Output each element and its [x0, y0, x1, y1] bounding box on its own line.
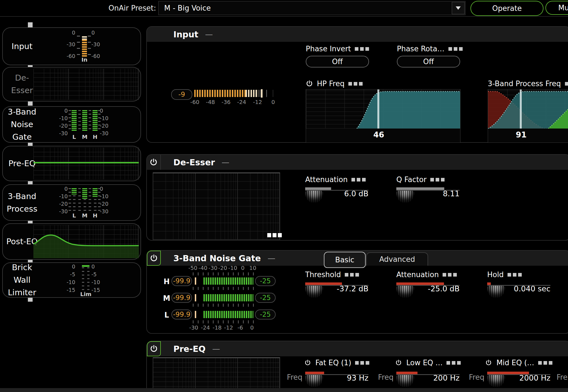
threshold-knob[interactable] [305, 286, 323, 297]
sidebar-item-process[interactable]: 3-Band Process 0 -10 -20 -30 0 -10 -20 -… [2, 184, 141, 221]
gate-attenuation-value: -25.0 dB [428, 284, 460, 293]
sidebar-item-input[interactable]: Input 0 -30 -60 0 -30 -60 In [2, 27, 141, 65]
drag-handle-icon[interactable] [443, 273, 457, 277]
deesser-mini-graph [33, 69, 139, 100]
process-freq-marker-value: 91 [516, 130, 527, 139]
gate-h-meter [203, 277, 253, 285]
drag-handle-icon[interactable] [355, 47, 369, 51]
tab-advanced[interactable]: Advanced [366, 252, 428, 266]
processor-app: OnAir Preset: M - Big Voice Operate Mut … [0, 0, 568, 392]
sidebar-deesser-label: De- [15, 72, 29, 84]
gate-m-meter [203, 294, 253, 301]
sidebar-gate-label: 3-Band [8, 106, 36, 118]
gate-l-meter [203, 311, 253, 318]
gate-m-level: -99.9 [171, 293, 192, 303]
phase-invert-toggle[interactable]: Off [306, 56, 369, 67]
drag-handle-icon[interactable] [345, 273, 359, 277]
sidebar-posteq-label: Post-EQ [6, 235, 38, 248]
power-icon [150, 254, 158, 262]
pre-eq-graph [153, 357, 280, 392]
gate-threshold-control: Threshold -37.2 dB [305, 270, 368, 301]
q-factor-knob[interactable] [396, 191, 414, 202]
noise-gate-power-button[interactable] [147, 251, 161, 266]
clipped-freq-label: Fre [557, 373, 568, 381]
mute-button[interactable]: Mut [545, 1, 568, 15]
tab-basic[interactable]: Basic [324, 252, 366, 268]
input-section: Input — -9 -60 -48 -36 -24 -12 0 Phase I… [146, 26, 568, 143]
deesser-attenuation-control: Attenuation 6.0 dB [305, 175, 368, 206]
hp-freq-marker-value: 46 [373, 130, 384, 139]
process-freq-marker[interactable] [520, 89, 522, 129]
sidebar-item-deesser[interactable]: De- Esser [2, 67, 141, 101]
deesser-power-button[interactable] [147, 155, 161, 170]
preeq-mini-graph [33, 147, 139, 180]
gate-m-attenuation: -25 [255, 293, 276, 303]
bottom-strip [0, 388, 568, 392]
phase-rotate-toggle[interactable]: Off [397, 56, 460, 67]
mid-eq-freq-control: 2000 Hz [487, 360, 550, 390]
attenuation-knob[interactable] [305, 191, 323, 202]
dropdown-arrow-button[interactable] [452, 2, 465, 14]
drag-handle-icon[interactable] [508, 273, 522, 277]
process-freq-curves [488, 89, 568, 129]
fat-eq-freq-knob[interactable] [305, 375, 323, 387]
low-eq-freq-knob[interactable] [396, 375, 414, 387]
preeq-mini-curve [33, 162, 139, 163]
power-icon [149, 158, 158, 166]
hp-curve [306, 89, 460, 129]
process-freq-graph[interactable]: 91 [488, 89, 568, 143]
gate-attenuation-knob[interactable] [396, 286, 414, 297]
pre-eq-power-button[interactable] [147, 341, 161, 356]
drag-handle-icon[interactable] [448, 47, 463, 51]
sidebar-item-post-eq[interactable]: Post-EQ [2, 223, 141, 260]
collapse-dash[interactable]: — [268, 254, 275, 263]
sidebar-input-label: Input [11, 40, 32, 53]
power-icon[interactable] [306, 80, 313, 87]
preset-value: M - Big Voice [164, 4, 211, 12]
collapse-dash[interactable]: — [205, 30, 213, 39]
preset-label: OnAir Preset: [84, 4, 156, 12]
collapse-dash[interactable]: — [212, 344, 220, 354]
hold-knob[interactable] [487, 286, 505, 297]
sidebar-item-limiter[interactable]: Brick Wall Limiter 0 -5 -10 -15 0 -5 -10… [2, 262, 141, 298]
phase-rotate-label-row: Phase Rota… [397, 45, 463, 53]
collapse-dash[interactable]: — [222, 158, 229, 167]
sidebar-preeq-label: Pre-EQ [8, 157, 36, 170]
pre-eq-section-title: Pre-EQ [173, 344, 206, 354]
hp-freq-marker[interactable] [377, 89, 379, 129]
operate-button[interactable]: Operate [470, 1, 543, 16]
sidebar-item-pre-eq[interactable]: Pre-EQ [2, 146, 141, 181]
drag-handle-icon[interactable] [430, 178, 445, 182]
graph-resize-handle[interactable] [267, 233, 282, 237]
input-mini-meter-peak [82, 36, 87, 40]
pre-eq-section-header: Pre-EQ — [147, 341, 568, 356]
mid-eq-freq-value: 2000 Hz [519, 374, 550, 382]
attenuation-value: 6.0 dB [344, 189, 368, 198]
preset-dropdown[interactable]: M - Big Voice [158, 1, 465, 15]
input-mini-meter-bar [82, 40, 87, 57]
sidebar-limiter-label: Brick [12, 261, 32, 274]
noise-gate-section-title: 3-Band Noise Gate [173, 253, 261, 263]
drag-handle-icon[interactable] [565, 82, 568, 86]
hold-value: 0.040 sec [514, 284, 550, 293]
phase-invert-label-row: Phase Invert [306, 45, 369, 53]
input-section-header: Input — [147, 27, 568, 42]
deesser-section-title: De-Esser [173, 158, 215, 167]
gate-hold-control: Hold 0.040 sec [487, 270, 550, 301]
hp-freq-graph[interactable]: 46 [306, 89, 460, 143]
deesser-section-header: De-Esser — [147, 155, 568, 170]
fat-eq-freq-control: 93 Hz [305, 360, 368, 390]
power-icon [150, 345, 158, 353]
drag-handle-icon[interactable] [351, 178, 366, 182]
low-eq-freq-control: 200 Hz [396, 360, 460, 390]
input-meter-value: -9 [171, 89, 192, 100]
drag-handle-icon[interactable] [348, 82, 363, 86]
mid-eq-freq-knob[interactable] [487, 375, 505, 387]
gate-l-attenuation: -25 [255, 309, 276, 320]
noise-gate-section: 3-Band Noise Gate — Basic Advanced -50 -… [146, 250, 568, 334]
low-eq-freq-value: 200 Hz [433, 374, 460, 382]
fat-eq-freq-value: 93 Hz [347, 374, 368, 382]
sidebar-item-noise-gate[interactable]: 3-Band Noise Gate 0 -10 -20 -30 0 -10 -2… [2, 106, 141, 143]
threshold-value: -37.2 dB [337, 284, 368, 293]
limiter-mini-bar [82, 265, 89, 267]
